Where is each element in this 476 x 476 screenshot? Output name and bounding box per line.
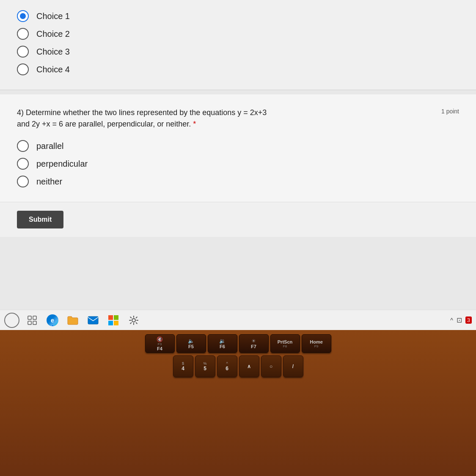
choice1-radio[interactable] bbox=[17, 10, 29, 22]
key-caret-6[interactable]: ^ 6 bbox=[217, 355, 237, 377]
mute-icon: 🔇 bbox=[157, 336, 163, 342]
edge-icon: e bbox=[47, 314, 58, 326]
keyboard-area: 🔇 F3 F4 🔈 F5 🔉 F6 ☀ F7 PrtScn F8 Home F9… bbox=[0, 330, 476, 476]
number-row: $ 4 % 5 ^ 6 ∧ ○ / bbox=[173, 355, 303, 377]
choice3-radio[interactable] bbox=[17, 46, 29, 58]
question4-options: parallel perpendicular neither bbox=[17, 140, 459, 187]
key-slash[interactable]: / bbox=[283, 355, 303, 377]
key-f5[interactable]: 🔈 F5 bbox=[176, 334, 206, 353]
question4-card: 4) Determine whether the two lines repre… bbox=[0, 94, 476, 202]
svg-rect-4 bbox=[88, 316, 98, 324]
required-marker: * bbox=[193, 120, 196, 128]
f4-label: F4 bbox=[157, 346, 162, 351]
vol-down-icon: 🔈 bbox=[188, 338, 194, 344]
up-arrow-symbol: ∧ bbox=[247, 363, 251, 369]
f9-label: F9 bbox=[314, 344, 318, 348]
svg-rect-3 bbox=[33, 321, 36, 325]
question4-text: 4) Determine whether the two lines repre… bbox=[17, 107, 437, 130]
parallel-radio[interactable] bbox=[17, 140, 29, 152]
neither-option[interactable]: neither bbox=[17, 176, 459, 187]
chevron-icon[interactable]: ^ bbox=[450, 317, 453, 324]
question4-header: 4) Determine whether the two lines repre… bbox=[17, 107, 459, 130]
percent-symbol: % bbox=[203, 361, 206, 366]
choice3-label: Choice 3 bbox=[36, 47, 70, 57]
choice4-radio[interactable] bbox=[17, 63, 29, 75]
key-f7[interactable]: ☀ F7 bbox=[239, 334, 269, 353]
perpendicular-option[interactable]: perpendicular bbox=[17, 158, 459, 170]
svg-point-9 bbox=[132, 319, 135, 322]
key-percent-5[interactable]: % 5 bbox=[195, 355, 215, 377]
vol-up-icon: 🔉 bbox=[219, 338, 226, 344]
points-label: 1 point bbox=[441, 108, 459, 115]
key-up-arrow[interactable]: ∧ bbox=[239, 355, 259, 377]
slash-symbol: / bbox=[292, 363, 294, 369]
svg-rect-1 bbox=[33, 316, 36, 319]
key-prtscn-f8[interactable]: PrtScn F8 bbox=[270, 334, 300, 353]
choice4-option[interactable]: Choice 4 bbox=[17, 63, 459, 75]
svg-rect-5 bbox=[108, 315, 113, 320]
f8-label: F8 bbox=[283, 344, 287, 348]
key-4: 4 bbox=[182, 366, 184, 371]
key-dollar-4[interactable]: $ 4 bbox=[173, 355, 193, 377]
perpendicular-label: perpendicular bbox=[36, 159, 88, 169]
key-home-f9[interactable]: Home F9 bbox=[302, 334, 331, 353]
neither-label: neither bbox=[36, 177, 62, 187]
home-label: Home bbox=[310, 339, 323, 344]
question4-number: 4) Determine whether the two lines repre… bbox=[17, 108, 267, 117]
parallel-option[interactable]: parallel bbox=[17, 140, 459, 152]
parallel-label: parallel bbox=[36, 141, 63, 151]
fn-key-row: 🔇 F3 F4 🔈 F5 🔉 F6 ☀ F7 PrtScn F8 Home F9 bbox=[145, 334, 331, 353]
caret-symbol: ^ bbox=[226, 361, 228, 366]
question4-body: and 2y +x = 6 are parallel, perpendicula… bbox=[17, 120, 196, 128]
submit-button[interactable]: Submit bbox=[17, 211, 63, 228]
start-button[interactable] bbox=[4, 313, 19, 328]
systray-display-icon[interactable]: ⊡ bbox=[457, 316, 462, 324]
f6-label: F6 bbox=[220, 344, 225, 349]
choices-card: Choice 1 Choice 2 Choice 3 Choice 4 bbox=[0, 0, 476, 90]
svg-rect-6 bbox=[114, 315, 118, 320]
key-6: 6 bbox=[226, 366, 228, 371]
systray-badge[interactable]: 3 bbox=[465, 316, 472, 324]
mail-button[interactable] bbox=[85, 313, 101, 328]
dollar-symbol: $ bbox=[182, 361, 184, 366]
f5-label: F5 bbox=[188, 344, 194, 349]
f3-label: F3 bbox=[158, 342, 162, 346]
key-5: 5 bbox=[204, 366, 206, 371]
svg-rect-0 bbox=[28, 316, 31, 319]
svg-rect-8 bbox=[114, 321, 118, 325]
file-explorer-button[interactable] bbox=[65, 313, 80, 328]
key-f6[interactable]: 🔉 F6 bbox=[208, 334, 237, 353]
settings-button[interactable] bbox=[126, 313, 141, 328]
edge-button[interactable]: e bbox=[45, 313, 60, 328]
brightness-icon: ☀ bbox=[251, 338, 256, 344]
neither-radio[interactable] bbox=[17, 176, 29, 187]
svg-rect-2 bbox=[28, 321, 31, 325]
taskbar-left: e bbox=[4, 313, 141, 328]
perpendicular-radio[interactable] bbox=[17, 158, 29, 170]
edge-active-indicator bbox=[52, 325, 53, 326]
f7-label: F7 bbox=[251, 344, 256, 349]
choice3-option[interactable]: Choice 3 bbox=[17, 46, 459, 58]
svg-rect-7 bbox=[108, 321, 113, 325]
taskbar-right: ^ ⊡ 3 bbox=[450, 316, 472, 324]
key-circle[interactable]: ○ bbox=[261, 355, 281, 377]
choice1-option[interactable]: Choice 1 bbox=[17, 10, 459, 22]
choice2-option[interactable]: Choice 2 bbox=[17, 28, 459, 40]
choice1-label: Choice 1 bbox=[36, 11, 70, 21]
choice4-label: Choice 4 bbox=[36, 65, 70, 74]
key-f3-f4[interactable]: 🔇 F3 F4 bbox=[145, 334, 175, 353]
submit-area: Submit bbox=[0, 202, 476, 237]
store-button[interactable] bbox=[106, 313, 121, 328]
prtscn-label: PrtScn bbox=[278, 339, 292, 344]
task-view-button[interactable] bbox=[25, 313, 40, 328]
choice2-radio[interactable] bbox=[17, 28, 29, 40]
choice2-label: Choice 2 bbox=[36, 29, 70, 39]
taskbar: e bbox=[0, 310, 476, 330]
circle-symbol: ○ bbox=[270, 363, 272, 369]
